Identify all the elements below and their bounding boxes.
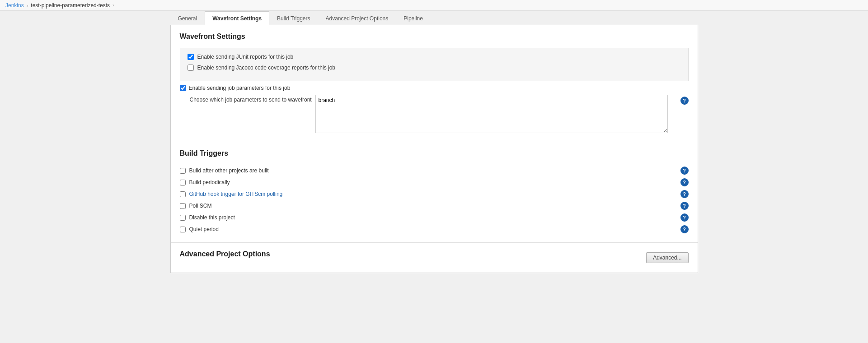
wavefront-settings-title: Wavefront Settings	[180, 32, 689, 41]
trigger-3-help-icon[interactable]: ?	[680, 202, 689, 210]
jacoco-checkbox[interactable]	[188, 65, 194, 71]
advanced-project-options-title: Advanced Project Options	[180, 250, 270, 258]
content-area: Wavefront Settings Enable sending JUnit …	[170, 25, 698, 273]
tab-bar: General Wavefront Settings Build Trigger…	[170, 11, 698, 25]
wavefront-inner-box: Enable sending JUnit reports for this jo…	[180, 48, 689, 81]
advanced-button[interactable]: Advanced...	[646, 252, 688, 263]
trigger-row-5: Quiet period ?	[180, 223, 689, 235]
junit-label[interactable]: Enable sending JUnit reports for this jo…	[197, 54, 294, 60]
param-input-col: branch	[315, 95, 677, 134]
jacoco-row: Enable sending Jacoco code coverage repo…	[188, 65, 681, 71]
breadcrumb: Jenkins › test-pipeline-parameterized-te…	[0, 0, 868, 11]
trigger-5-checkbox[interactable]	[180, 227, 186, 232]
trigger-2-help-icon[interactable]: ?	[680, 190, 689, 198]
trigger-row-0: Build after other projects are built ?	[180, 165, 689, 176]
junit-row: Enable sending JUnit reports for this jo…	[188, 54, 681, 60]
tab-pipeline[interactable]: Pipeline	[396, 11, 431, 25]
trigger-row-1: Build periodically ?	[180, 176, 689, 188]
trigger-0-help-icon[interactable]: ?	[680, 167, 689, 175]
trigger-5-help-icon[interactable]: ?	[680, 225, 689, 233]
trigger-3-label[interactable]: Poll SCM	[189, 203, 212, 209]
build-triggers-section: Build Triggers Build after other project…	[171, 142, 698, 243]
trigger-row-2: GitHub hook trigger for GITScm polling ?	[180, 188, 689, 200]
job-params-checkbox[interactable]	[180, 85, 186, 91]
trigger-3-checkbox[interactable]	[180, 203, 186, 209]
trigger-row-5-left: Quiet period	[180, 226, 219, 232]
job-params-label[interactable]: Enable sending job parameters for this j…	[189, 85, 291, 91]
wavefront-settings-section: Wavefront Settings Enable sending JUnit …	[171, 25, 698, 142]
tab-advanced-project-options[interactable]: Advanced Project Options	[318, 11, 396, 25]
build-triggers-title: Build Triggers	[180, 149, 689, 158]
param-help-icon[interactable]: ?	[680, 97, 689, 105]
trigger-5-label[interactable]: Quiet period	[189, 226, 219, 232]
trigger-1-help-icon[interactable]: ?	[680, 178, 689, 186]
advanced-project-options-section: Advanced Project Options Advanced...	[171, 243, 698, 273]
trigger-2-label[interactable]: GitHub hook trigger for GITScm polling	[189, 191, 283, 197]
trigger-1-checkbox[interactable]	[180, 180, 186, 185]
tab-wavefront-settings[interactable]: Wavefront Settings	[205, 11, 269, 25]
trigger-1-label[interactable]: Build periodically	[189, 179, 230, 185]
trigger-row-1-left: Build periodically	[180, 179, 230, 185]
param-textarea[interactable]: branch	[315, 95, 668, 133]
tab-build-triggers[interactable]: Build Triggers	[269, 11, 318, 25]
trigger-4-checkbox[interactable]	[180, 215, 186, 221]
trigger-row-4-left: Disable this project	[180, 214, 235, 221]
trigger-2-link[interactable]: GitHub hook trigger for GITScm polling	[189, 191, 283, 197]
trigger-row-3-left: Poll SCM	[180, 203, 212, 209]
trigger-0-checkbox[interactable]	[180, 168, 186, 174]
tab-general[interactable]: General	[170, 11, 205, 25]
trigger-2-checkbox[interactable]	[180, 191, 186, 197]
trigger-row-0-left: Build after other projects are built	[180, 167, 269, 174]
trigger-row-2-left: GitHub hook trigger for GITScm polling	[180, 191, 283, 197]
jacoco-label[interactable]: Enable sending Jacoco code coverage repo…	[197, 65, 336, 71]
trigger-0-label[interactable]: Build after other projects are built	[189, 167, 269, 174]
trigger-row-3: Poll SCM ?	[180, 200, 689, 212]
breadcrumb-jenkins-link[interactable]: Jenkins	[5, 2, 24, 9]
param-row: Choose which job parameters to send to w…	[180, 95, 689, 134]
trigger-4-help-icon[interactable]: ?	[680, 213, 689, 222]
breadcrumb-project: test-pipeline-parameterized-tests	[31, 2, 110, 9]
main-container: General Wavefront Settings Build Trigger…	[163, 11, 705, 273]
trigger-4-label[interactable]: Disable this project	[189, 214, 235, 221]
param-label: Choose which job parameters to send to w…	[180, 95, 315, 103]
page-wrapper: Jenkins › test-pipeline-parameterized-te…	[0, 0, 868, 343]
junit-checkbox[interactable]	[188, 54, 194, 60]
job-params-main-row: Enable sending job parameters for this j…	[180, 85, 689, 91]
breadcrumb-separator-1: ›	[27, 3, 28, 8]
trigger-row-4: Disable this project ?	[180, 212, 689, 223]
breadcrumb-arrow: ›	[113, 3, 114, 8]
